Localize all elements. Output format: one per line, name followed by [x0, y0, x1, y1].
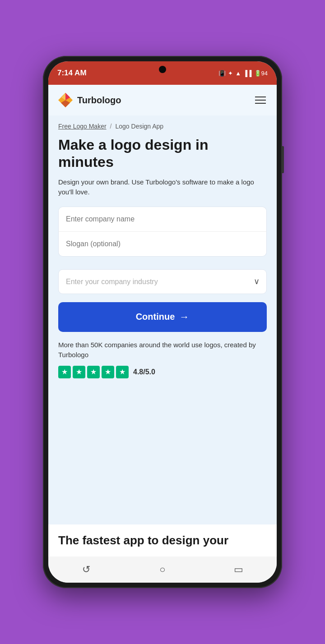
star-4: ★	[102, 366, 114, 378]
recent-apps-icon: ▭	[234, 564, 243, 575]
white-section-title: The fastest app to design your	[58, 534, 267, 547]
navbar: Turbologo	[48, 85, 277, 115]
status-time: 7:14 AM	[57, 69, 87, 78]
signal-icon: ▐▐	[243, 70, 251, 77]
rating-row: ★ ★ ★ ★ ★ 4.8/5.0	[58, 366, 267, 378]
back-button[interactable]: ↺	[77, 561, 95, 579]
volume-button	[282, 146, 284, 173]
phone-screen: 7:14 AM 📳 ✦ ▲ ▐▐ 🔋94	[48, 61, 277, 583]
hero-title: Make a logo design in minutes	[58, 136, 267, 171]
camera-notch	[159, 66, 166, 73]
breadcrumb-separator: /	[110, 123, 112, 130]
continue-label: Continue	[136, 312, 175, 322]
slogan-input[interactable]	[58, 232, 267, 257]
main-content: Free Logo Maker / Logo Design App Make a…	[48, 115, 277, 520]
home-button[interactable]: ○	[153, 561, 172, 579]
continue-button[interactable]: Continue →	[58, 302, 267, 332]
form-section	[58, 207, 267, 262]
status-icons: 📳 ✦ ▲ ▐▐ 🔋94	[218, 70, 268, 77]
white-section: The fastest app to design your	[48, 524, 277, 557]
stars-container: ★ ★ ★ ★ ★	[58, 366, 129, 378]
social-proof-text: More than 50K companies around the world…	[58, 340, 267, 360]
logo-text: Turbologo	[77, 95, 121, 106]
phone-frame: 7:14 AM 📳 ✦ ▲ ▐▐ 🔋94	[43, 56, 282, 588]
hamburger-menu-button[interactable]	[253, 95, 268, 106]
home-icon: ○	[159, 564, 165, 575]
breadcrumb: Free Logo Maker / Logo Design App	[58, 123, 267, 130]
industry-select[interactable]: Enter your company industry Technology F…	[58, 269, 267, 294]
company-name-input[interactable]	[58, 207, 267, 232]
turbologo-icon	[57, 92, 74, 108]
star-5: ★	[116, 366, 129, 378]
bottom-nav: ↺ ○ ▭	[48, 557, 277, 583]
status-bar: 7:14 AM 📳 ✦ ▲ ▐▐ 🔋94	[48, 61, 277, 85]
star-2: ★	[73, 366, 85, 378]
industry-dropdown-wrapper: Enter your company industry Technology F…	[58, 269, 267, 294]
breadcrumb-current: Logo Design App	[116, 123, 164, 130]
star-3: ★	[87, 366, 100, 378]
hero-description: Design your own brand. Use Turbologo's s…	[58, 177, 267, 198]
arrow-right-icon: →	[179, 311, 189, 323]
battery-icon: 🔋94	[254, 70, 268, 77]
recent-apps-button[interactable]: ▭	[230, 561, 248, 579]
breadcrumb-link[interactable]: Free Logo Maker	[58, 123, 107, 130]
wifi-icon: ▲	[235, 70, 241, 77]
vibrate-icon: 📳	[218, 70, 226, 77]
hamburger-line-2	[255, 100, 266, 101]
rating-number: 4.8/5.0	[133, 368, 155, 376]
bluetooth-icon: ✦	[228, 70, 233, 77]
hamburger-line-1	[255, 97, 266, 97]
hamburger-line-3	[255, 103, 266, 104]
back-icon: ↺	[82, 564, 90, 575]
star-1: ★	[58, 366, 71, 378]
screen-content: Turbologo Free Logo Maker / Logo Design …	[48, 85, 277, 583]
logo-area: Turbologo	[57, 92, 121, 108]
